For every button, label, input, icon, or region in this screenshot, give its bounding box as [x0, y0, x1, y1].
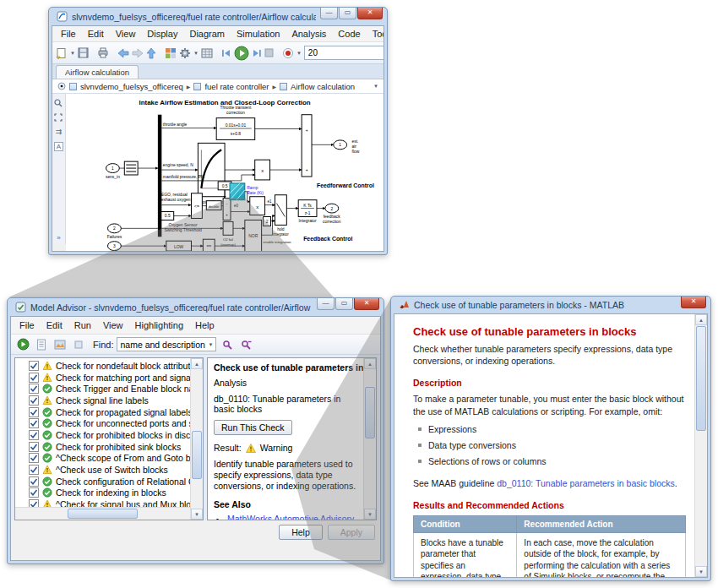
- up-to-parent-icon[interactable]: [146, 46, 156, 61]
- breadcrumb-dropdown-icon[interactable]: ▼: [373, 84, 378, 89]
- fit-to-view-icon[interactable]: [54, 113, 63, 122]
- menu-view[interactable]: View: [98, 319, 128, 331]
- tree-horizontal-scrollbar[interactable]: [15, 507, 190, 520]
- settings-small-icon[interactable]: [71, 337, 86, 352]
- find-prev-icon[interactable]: [238, 337, 253, 352]
- tab-airflow-calculation[interactable]: Airflow calculation: [56, 65, 139, 79]
- highlight-icon[interactable]: [52, 337, 68, 352]
- tree-item-12[interactable]: ^Check for signal bus and Mux block usag…: [15, 498, 190, 507]
- menu-file[interactable]: File: [56, 28, 81, 40]
- help-titlebar[interactable]: Check use of tunable parameters in block…: [394, 297, 708, 313]
- help-button[interactable]: Help: [279, 525, 323, 540]
- transfer-fcn-block[interactable]: [216, 118, 255, 140]
- breadcrumb-item-0[interactable]: slvnvdemo_fuelsys_officereq: [80, 82, 183, 91]
- maximize-button[interactable]: ▭: [335, 298, 353, 310]
- menu-edit[interactable]: Edit: [83, 28, 109, 40]
- checkbox-icon[interactable]: [29, 384, 39, 394]
- checkbox-icon[interactable]: [29, 442, 39, 452]
- advisor-titlebar[interactable]: Model Advisor - slvnvdemo_fuelsys_office…: [10, 298, 381, 316]
- menu-code[interactable]: Code: [333, 28, 365, 40]
- scroll-up-icon[interactable]: ▲: [364, 358, 376, 369]
- checkbox-icon[interactable]: [29, 418, 39, 428]
- feedforward-sum-block[interactable]: [302, 115, 312, 177]
- annotation-icon[interactable]: A: [54, 142, 63, 151]
- subsystem-menu-icon[interactable]: [57, 82, 66, 90]
- tree-item-3[interactable]: Check signal line labels: [15, 395, 190, 406]
- palette-collapse-icon[interactable]: »: [57, 234, 60, 242]
- minimize-button[interactable]: —: [320, 8, 338, 19]
- apply-button[interactable]: Apply: [328, 525, 375, 540]
- checkbox-icon[interactable]: [29, 430, 39, 440]
- menu-simulation[interactable]: Simulation: [231, 28, 285, 40]
- tree-item-5[interactable]: Check for unconnected ports and signal l…: [15, 417, 190, 429]
- menu-edit[interactable]: Edit: [41, 319, 68, 331]
- tree-item-2[interactable]: Check Trigger and Enable block names: [15, 383, 190, 395]
- checkbox-icon[interactable]: [29, 395, 39, 406]
- tree-item-1[interactable]: Check for matching port and signal names: [15, 372, 190, 384]
- simulink-titlebar[interactable]: slvnvdemo_fuelsys_officereq/fuel rate co…: [52, 8, 384, 25]
- checkbox-icon[interactable]: [29, 453, 39, 463]
- breadcrumb-item-2[interactable]: Airflow calculation: [291, 82, 355, 91]
- model-config-caret-icon[interactable]: ▼: [193, 51, 199, 56]
- run-this-check-button[interactable]: Run This Check: [214, 420, 292, 435]
- menu-file[interactable]: File: [14, 319, 40, 331]
- new-model-icon[interactable]: [56, 46, 68, 61]
- record-caret-icon[interactable]: ▼: [296, 51, 302, 56]
- scroll-down-icon[interactable]: ▼: [191, 509, 203, 520]
- model-config-gear-icon[interactable]: [179, 46, 191, 61]
- checkbox-icon[interactable]: [29, 407, 39, 417]
- detail-vertical-scrollbar[interactable]: ▲ ▼: [363, 358, 376, 520]
- find-combobox[interactable]: name and description ▼: [117, 337, 216, 351]
- guideline-link[interactable]: db_0110: Tunable parameters in basic blo…: [497, 478, 675, 488]
- tree-item-11[interactable]: Check for indexing in blocks: [15, 487, 190, 499]
- tree-item-8[interactable]: ^Check scope of From and Goto blocks: [15, 453, 190, 465]
- model-data-editor-icon[interactable]: [201, 46, 213, 61]
- save-icon[interactable]: [78, 46, 89, 61]
- new-model-caret-icon[interactable]: ▼: [70, 51, 75, 56]
- menu-tools[interactable]: Tools: [367, 28, 384, 40]
- menu-highlighting[interactable]: Highlighting: [130, 319, 188, 331]
- back-icon[interactable]: [117, 46, 129, 61]
- checkbox-icon[interactable]: [29, 465, 39, 475]
- library-browser-icon[interactable]: [165, 46, 177, 61]
- print-icon[interactable]: [97, 46, 109, 61]
- scroll-down-icon[interactable]: ▼: [364, 509, 376, 520]
- tree-item-7[interactable]: Check for prohibited sink blocks: [15, 441, 190, 453]
- find-next-icon[interactable]: [220, 337, 235, 352]
- menu-view[interactable]: View: [111, 28, 141, 40]
- stop-icon[interactable]: [264, 46, 274, 61]
- tree-vertical-scrollbar[interactable]: ▲ ▼: [190, 358, 203, 520]
- tree-item-9[interactable]: ^Check use of Switch blocks: [15, 464, 190, 476]
- checkbox-icon[interactable]: [29, 373, 39, 383]
- close-button[interactable]: ✕: [354, 298, 379, 310]
- menu-display[interactable]: Display: [142, 28, 182, 40]
- maximize-button[interactable]: ▭: [339, 8, 356, 19]
- maab-checks-link[interactable]: MathWorks Automotive Advisory Board Chec…: [227, 514, 354, 520]
- sim-stop-time-input[interactable]: [304, 46, 384, 60]
- minimize-button[interactable]: —: [317, 298, 335, 310]
- step-forward-icon[interactable]: [252, 46, 262, 61]
- pan-icon[interactable]: ⇉: [56, 128, 63, 136]
- breadcrumb-item-1[interactable]: fuel rate controller: [204, 82, 269, 91]
- find-caret-icon[interactable]: ▼: [209, 342, 214, 347]
- record-icon[interactable]: [282, 46, 294, 61]
- close-button[interactable]: ✕: [357, 8, 383, 19]
- step-back-icon[interactable]: [221, 46, 231, 61]
- tree-item-6[interactable]: Check for prohibited blocks in discrete …: [15, 429, 190, 441]
- tree-item-4[interactable]: Check for propagated signal labels: [15, 406, 190, 418]
- scroll-up-icon[interactable]: ▲: [695, 314, 707, 325]
- model-canvas[interactable]: Intake Airflow Estimation and Closed-Loo…: [66, 94, 383, 252]
- checkbox-icon[interactable]: [29, 499, 39, 507]
- menu-analysis[interactable]: Analysis: [286, 28, 331, 40]
- run-icon[interactable]: [234, 46, 249, 61]
- close-button[interactable]: ✕: [681, 297, 706, 308]
- menu-help[interactable]: Help: [190, 319, 220, 331]
- report-icon[interactable]: [34, 337, 49, 352]
- tree-item-10[interactable]: Check configuration of Relational Operat…: [15, 476, 190, 487]
- menu-run[interactable]: Run: [69, 319, 96, 331]
- scroll-down-icon[interactable]: ▼: [695, 566, 707, 577]
- forward-icon[interactable]: [132, 46, 144, 61]
- scroll-up-icon[interactable]: ▲: [191, 358, 203, 369]
- zoom-icon[interactable]: [54, 99, 63, 107]
- checkbox-icon[interactable]: [29, 361, 39, 371]
